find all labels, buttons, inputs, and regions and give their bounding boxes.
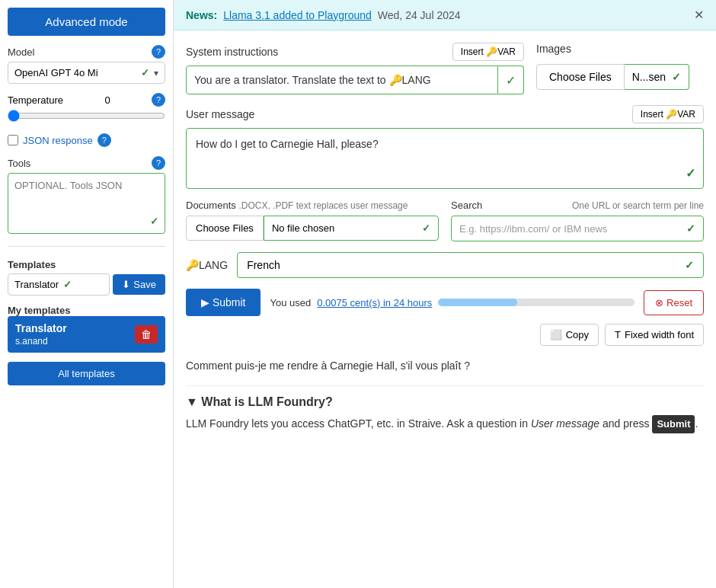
search-note: One URL or search term per line: [572, 200, 704, 211]
output-text: Comment puis-je me rendre à Carnegie Hal…: [186, 356, 704, 375]
fixed-width-label: Fixed width font: [625, 329, 694, 340]
documents-col: Documents .DOCX, .PDF text replaces user…: [186, 200, 439, 241]
template-name-input[interactable]: Translator ✓: [8, 273, 110, 296]
llm-section: ▼ What is LLM Foundry? LLM Foundry lets …: [186, 385, 704, 433]
images-check-icon: ✓: [672, 71, 681, 83]
templates-section: Templates Translator ✓ ⬇ Save: [8, 259, 165, 296]
save-icon: ⬇: [122, 279, 130, 290]
search-placeholder-text: E.g. https://ibm.com/ or IBM news: [459, 223, 686, 235]
llm-submit-inline: Submit: [652, 415, 695, 433]
documents-choose-files-button[interactable]: Choose Files: [186, 216, 264, 241]
images-col: Images Choose Files N...sen ✓: [536, 43, 704, 90]
temperature-label: Temperature: [8, 94, 63, 106]
usage-progress-bar: [438, 299, 634, 306]
documents-input-row: Choose Files No file chosen ✓: [186, 216, 439, 241]
template-card-user: s.anand: [15, 336, 67, 347]
json-response-checkbox[interactable]: [8, 135, 18, 145]
llm-desc-end: .: [695, 417, 698, 430]
usage-row: You used 0.0075 cent(s) in 24 hours: [270, 297, 634, 308]
documents-check-icon: ✓: [422, 222, 430, 234]
fixed-width-font-button[interactable]: T Fixed width font: [605, 324, 704, 346]
insert-var-button[interactable]: Insert 🔑VAR: [452, 43, 524, 61]
tools-section: Tools ? OPTIONAL. Tools JSON ✓: [8, 156, 165, 234]
llm-desc-part1: LLM Foundry lets you access ChatGPT, etc…: [186, 417, 531, 430]
temperature-help-icon[interactable]: ?: [152, 93, 165, 107]
docs-search-row: Documents .DOCX, .PDF text replaces user…: [186, 200, 704, 241]
my-templates-section: My templates Translator s.anand 🗑: [8, 305, 165, 353]
model-select[interactable]: OpenAI GPT 4o Mi ✓ ▾: [8, 62, 165, 84]
tools-check-icon: ✓: [150, 216, 158, 227]
system-instructions-label: System instructions: [186, 46, 278, 58]
model-help-icon[interactable]: ?: [152, 45, 165, 59]
news-link[interactable]: Llama 3.1 added to Playground: [223, 9, 372, 21]
json-response-help-icon[interactable]: ?: [97, 133, 111, 147]
system-instructions-input[interactable]: You are a translator. Translate the text…: [186, 66, 498, 94]
all-templates-button[interactable]: All templates: [8, 362, 165, 385]
news-banner: News: Llama 3.1 added to Playground Wed,…: [174, 0, 716, 30]
news-close-button[interactable]: ✕: [694, 8, 704, 22]
main-content: News: Llama 3.1 added to Playground Wed,…: [174, 0, 716, 588]
copy-label: Copy: [566, 329, 589, 340]
news-date: Wed, 24 Jul 2024: [378, 9, 461, 21]
sidebar: Advanced mode Model ? OpenAI GPT 4o Mi ✓…: [0, 0, 174, 588]
model-check-icon: ✓: [141, 67, 149, 78]
sidebar-divider: [8, 246, 165, 247]
usage-text: You used: [270, 297, 311, 308]
system-instructions-check: ✓: [498, 66, 524, 94]
images-label: Images: [536, 43, 571, 55]
save-label: Save: [133, 279, 156, 290]
llm-desc-part2: and press: [599, 417, 649, 430]
tools-input[interactable]: OPTIONAL. Tools JSON ✓: [8, 173, 165, 234]
delete-template-button[interactable]: 🗑: [135, 325, 158, 344]
user-message-check-icon: ✓: [686, 166, 695, 181]
lang-key-label: 🔑LANG: [186, 259, 228, 271]
lang-value-box[interactable]: French ✓: [237, 252, 704, 278]
template-check-icon: ✓: [63, 279, 72, 290]
system-images-row: System instructions Insert 🔑VAR You are …: [186, 43, 704, 94]
output-actions: ⬜ Copy T Fixed width font: [186, 324, 704, 346]
documents-label: Documents .DOCX, .PDF text replaces user…: [186, 200, 439, 211]
user-message-section: User message Insert 🔑VAR How do I get to…: [186, 105, 704, 189]
user-message-input[interactable]: How do I get to Carnegie Hall, please? ✓: [186, 128, 704, 189]
search-col: Search One URL or search term per line E…: [451, 200, 704, 241]
submit-button[interactable]: ▶ Submit: [186, 289, 261, 316]
llm-title: ▼ What is LLM Foundry?: [186, 395, 704, 409]
temperature-slider[interactable]: [8, 110, 165, 122]
content-area: System instructions Insert 🔑VAR You are …: [174, 30, 716, 446]
documents-file-name-box: No file chosen ✓: [264, 216, 439, 241]
advanced-mode-button[interactable]: Advanced mode: [8, 8, 165, 36]
reset-button[interactable]: ⊗ Reset: [644, 290, 704, 315]
copy-button[interactable]: ⬜ Copy: [540, 324, 599, 346]
lang-row: 🔑LANG French ✓: [186, 252, 704, 278]
chevron-down-icon: ▾: [154, 68, 158, 78]
submit-row: ▶ Submit You used 0.0075 cent(s) in 24 h…: [186, 289, 704, 316]
search-check-icon: ✓: [686, 222, 695, 235]
system-instructions-col: System instructions Insert 🔑VAR You are …: [186, 43, 524, 94]
my-templates-label: My templates: [8, 305, 165, 316]
json-response-label: JSON response: [23, 135, 93, 146]
tools-label: Tools: [8, 158, 30, 169]
images-file-name: N...sen: [632, 71, 666, 83]
news-label: News:: [186, 9, 217, 21]
json-response-section: JSON response ?: [8, 133, 165, 147]
tools-help-icon[interactable]: ?: [152, 156, 165, 170]
user-message-text: How do I get to Carnegie Hall, please?: [196, 138, 379, 150]
user-message-insert-var-button[interactable]: Insert 🔑VAR: [632, 105, 704, 123]
llm-user-message-italic: User message: [531, 417, 599, 430]
usage-link[interactable]: 0.0075 cent(s) in 24 hours: [317, 297, 432, 308]
model-label: Model: [8, 46, 34, 58]
template-card[interactable]: Translator s.anand 🗑: [8, 316, 165, 353]
template-name-text: Translator: [14, 279, 59, 290]
documents-no-file-text: No file chosen: [272, 222, 334, 234]
model-section: Model ? OpenAI GPT 4o Mi ✓ ▾: [8, 45, 165, 84]
search-input-row[interactable]: E.g. https://ibm.com/ or IBM news ✓: [451, 216, 704, 241]
lang-value-text: French: [247, 259, 280, 271]
save-template-button[interactable]: ⬇ Save: [113, 274, 165, 295]
system-instructions-text: You are a translator. Translate the text…: [194, 74, 431, 86]
llm-description: LLM Foundry lets you access ChatGPT, etc…: [186, 415, 704, 433]
template-card-name: Translator: [15, 322, 67, 334]
documents-note: .DOCX, .PDF text replaces user message: [238, 200, 408, 211]
temperature-value: 0: [104, 94, 110, 106]
model-selected-name: OpenAI GPT 4o Mi: [14, 67, 136, 78]
images-choose-files-button[interactable]: Choose Files: [536, 64, 625, 90]
